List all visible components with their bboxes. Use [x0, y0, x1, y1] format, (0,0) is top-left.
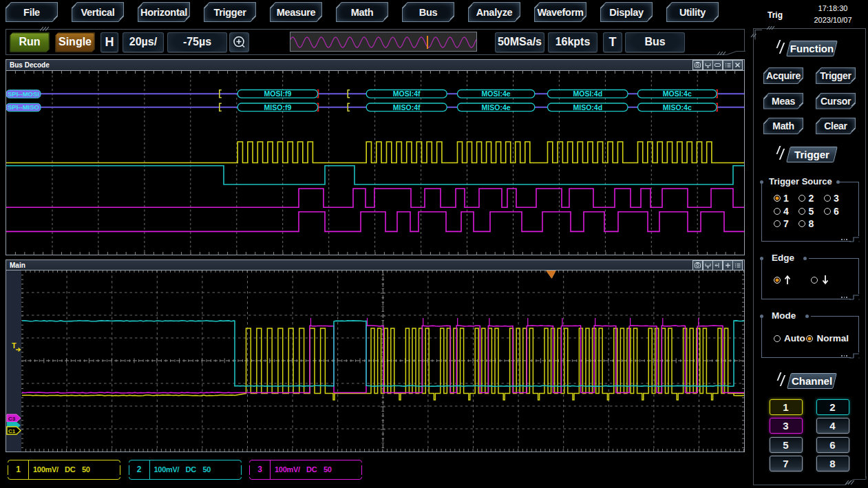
svg-text:MISO:4c: MISO:4c	[663, 103, 692, 112]
svg-text:T: T	[12, 341, 17, 350]
svg-text:MOSI:4c: MOSI:4c	[663, 89, 692, 98]
svg-text:MOSI:f9: MOSI:f9	[264, 89, 292, 98]
svg-text:MISO:4f: MISO:4f	[393, 103, 421, 112]
svg-text:SPI--MISO: SPI--MISO	[8, 103, 39, 111]
svg-text:C1: C1	[8, 428, 16, 434]
svg-text:C3: C3	[8, 416, 16, 422]
svg-text:SPI--MOSI: SPI--MOSI	[8, 90, 39, 98]
svg-text:MISO:4e: MISO:4e	[482, 103, 511, 112]
svg-text:MISO:f9: MISO:f9	[264, 103, 292, 112]
svg-text:MOSI:4d: MOSI:4d	[573, 89, 603, 98]
svg-text:MOSI:4f: MOSI:4f	[393, 89, 421, 98]
svg-text:MOSI:4e: MOSI:4e	[482, 89, 511, 98]
svg-text:MISO:4d: MISO:4d	[573, 103, 603, 112]
